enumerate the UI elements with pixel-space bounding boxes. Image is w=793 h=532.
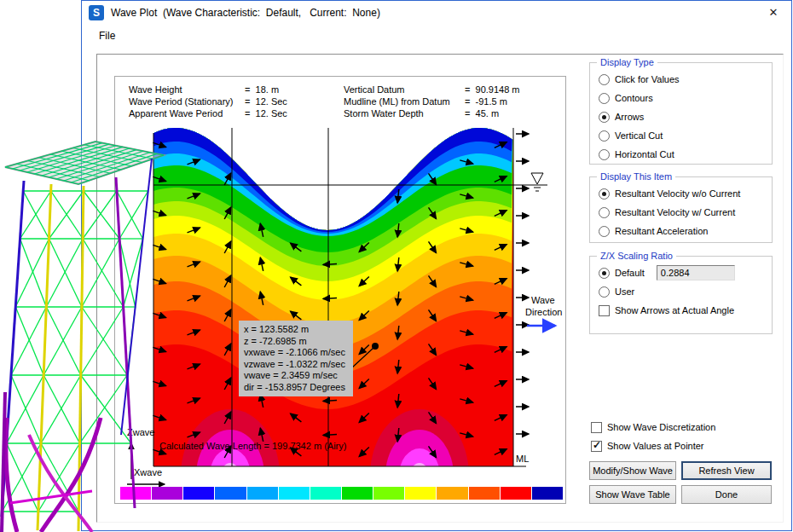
- colorbar-segment: [183, 487, 214, 500]
- plot-header-row: Apparent Wave Period= 12. Sec: [129, 107, 287, 119]
- display-type-option-4[interactable]: Horizontal Cut: [590, 145, 772, 164]
- wave-plot-panel: Calculated Wave Length = 199.7342 m (Air…: [114, 76, 566, 504]
- pointer-values-tooltip: x = 123.5582 mz = -72.6985 mvxwave = -2.…: [239, 321, 353, 396]
- colorbar-segment: [437, 487, 467, 500]
- done-button[interactable]: Done: [681, 485, 772, 504]
- pointer-readout-line: x = 123.5582 m: [244, 324, 348, 336]
- water-level-symbol-icon: [531, 173, 543, 184]
- show-arrows-actual-angle-checkbox[interactable]: Show Arrows at Actual Angle: [590, 301, 772, 320]
- plot-header-row: Mudline (ML) from Datum= -91.5 m: [344, 95, 520, 107]
- display-type-option-3[interactable]: Vertical Cut: [590, 126, 772, 145]
- radio-icon: [599, 268, 610, 279]
- colorbar-segment: [279, 487, 310, 500]
- radio-icon: [599, 188, 610, 200]
- colorbar-segment: [532, 487, 563, 500]
- radio-label: Vertical Cut: [615, 130, 663, 141]
- options-checkboxes: Show Wave DiscretizationShow Values at P…: [589, 418, 777, 455]
- pointer-readout-line: z = -72.6985 m: [244, 336, 348, 348]
- display-type-group: Display Type Click for ValuesContoursArr…: [589, 62, 773, 165]
- pointer-dot: [372, 343, 379, 350]
- colorbar-segment: [215, 487, 246, 500]
- colorbar-segment: [310, 487, 341, 500]
- radio-icon: [599, 226, 610, 237]
- window-title: Wave Plot (Wave Characteristic: Default,…: [111, 7, 380, 19]
- radio-label: Resultant Velocity w/ Current: [615, 207, 735, 217]
- menu-file[interactable]: File: [92, 27, 122, 44]
- pointer-readout-line: vxwave = -2.1066 m/sec: [244, 347, 348, 359]
- screen: S Wave Plot (Wave Characteristic: Defaul…: [0, 0, 793, 532]
- scaling-user-option[interactable]: User: [590, 282, 772, 301]
- radio-label: Click for Values: [615, 74, 680, 84]
- titlebar[interactable]: S Wave Plot (Wave Characteristic: Defaul…: [82, 1, 791, 25]
- mudline-label: ML: [516, 454, 529, 464]
- zx-scaling-title: Z/X Scaling Ratio: [597, 251, 676, 261]
- zx-scaling-group: Z/X Scaling Ratio Default User Show Arro…: [589, 256, 773, 334]
- radio-label: Default: [615, 268, 645, 278]
- scaling-default-option[interactable]: Default: [590, 263, 772, 282]
- radio-label: Resultant Acceleration: [615, 226, 708, 236]
- plot-header-row: Wave Height= 18. m: [129, 84, 287, 95]
- wave-plot-canvas[interactable]: Calculated Wave Length = 199.7342 m (Air…: [115, 77, 567, 505]
- display-this-item-title: Display This Item: [597, 171, 675, 182]
- refresh-view-button[interactable]: Refresh View: [681, 461, 772, 480]
- checkbox-icon: [599, 305, 610, 316]
- radio-icon: [599, 74, 610, 85]
- wave-direction-label-2: Direction: [525, 307, 562, 317]
- plot-header-row: Vertical Datum= 90.9148 m: [344, 84, 520, 95]
- pointer-readout-line: dir = -153.8957 Degrees: [244, 382, 348, 394]
- close-icon[interactable]: ✕: [764, 4, 783, 21]
- display-item-option-0[interactable]: Resultant Velocity w/o Current: [590, 184, 772, 203]
- display-type-title: Display Type: [597, 57, 657, 67]
- show-wave-table-button[interactable]: Show Wave Table: [589, 485, 676, 504]
- colorbar-segment: [501, 487, 531, 500]
- colorbar-segment: [405, 487, 436, 500]
- display-item-option-2[interactable]: Resultant Acceleration: [590, 222, 772, 240]
- menubar: File: [82, 25, 791, 47]
- radio-icon: [599, 112, 610, 123]
- checkbox-label: Show Values at Pointer: [607, 441, 704, 451]
- radio-icon: [599, 286, 610, 298]
- option-checkbox-0[interactable]: Show Wave Discretization: [589, 418, 777, 437]
- radio-icon: [599, 207, 610, 218]
- display-type-option-2[interactable]: Arrows: [590, 107, 772, 126]
- pointer-readout-line: vwave = 2.3459 m/sec: [244, 370, 348, 382]
- checkbox-icon: [591, 441, 602, 452]
- plot-header-left: Wave Height= 18. mWave Period (Stationar…: [129, 84, 287, 119]
- radio-label: Arrows: [615, 112, 644, 122]
- pointer-readout-line: vzwave = -1.0322 m/sec: [244, 359, 348, 371]
- radio-label: User: [615, 286, 634, 297]
- wave-length-note: Calculated Wave Length = 199.7342 m (Air…: [159, 441, 346, 451]
- colorbar-segment: [373, 487, 404, 500]
- radio-label: Resultant Velocity w/o Current: [615, 188, 740, 199]
- colorbar-segment: [469, 487, 500, 500]
- checkbox-label: Show Arrows at Actual Angle: [615, 305, 734, 315]
- radio-label: Contours: [615, 93, 653, 103]
- display-item-option-1[interactable]: Resultant Velocity w/ Current: [590, 203, 772, 222]
- colorbar-segment: [247, 487, 278, 500]
- colorbar-segment: [342, 487, 373, 500]
- color-scale-bar: [120, 487, 563, 500]
- wave-direction-label-1: Wave: [531, 295, 555, 305]
- radio-icon: [599, 149, 610, 160]
- wave-plot-dialog: S Wave Plot (Wave Characteristic: Defaul…: [81, 0, 792, 531]
- plot-header-right: Vertical Datum= 90.9148 mMudline (ML) fr…: [344, 84, 520, 119]
- checkbox-icon: [591, 422, 602, 433]
- plot-header-row: Wave Period (Stationary)= 12. Sec: [129, 95, 287, 107]
- app-icon: S: [89, 5, 104, 20]
- scaling-ratio-input[interactable]: [657, 265, 735, 280]
- display-type-option-1[interactable]: Contours: [590, 89, 772, 107]
- radio-icon: [599, 93, 610, 104]
- jacket-structure-wireframe: [0, 136, 171, 532]
- modify-show-wave-button[interactable]: Modify/Show Wave: [589, 461, 676, 480]
- display-this-item-group: Display This Item Resultant Velocity w/o…: [589, 176, 773, 243]
- checkbox-label: Show Wave Discretization: [607, 422, 715, 432]
- display-type-option-0[interactable]: Click for Values: [590, 70, 772, 89]
- radio-icon: [599, 130, 610, 142]
- radio-label: Horizontal Cut: [615, 149, 674, 159]
- option-checkbox-1[interactable]: Show Values at Pointer: [589, 437, 777, 455]
- plot-header-row: Storm Water Depth= 45. m: [344, 107, 520, 119]
